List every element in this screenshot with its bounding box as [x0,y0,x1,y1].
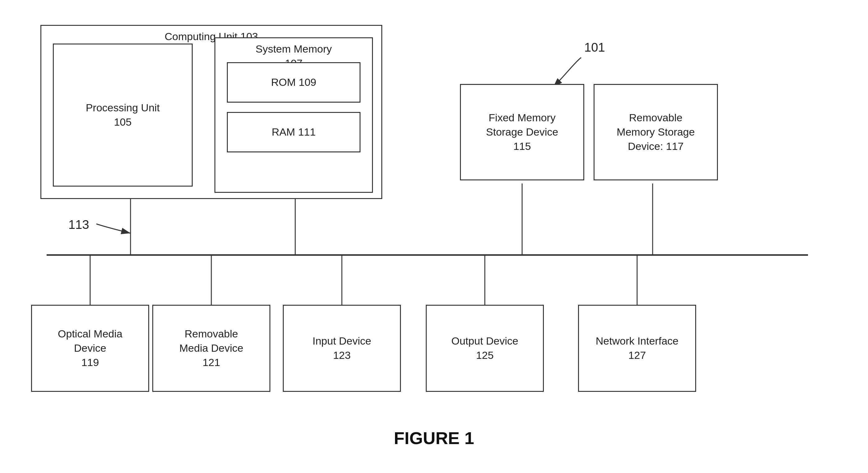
rom-label: ROM 109 [271,75,316,90]
output-device-label: Output Device 125 [451,334,518,363]
network-interface-label: Network Interface 127 [596,334,678,363]
optical-media-label: Optical Media Device 119 [58,327,122,370]
removable-memory-box: Removable Memory Storage Device: 117 [594,84,718,180]
processing-unit-box: Processing Unit 105 [53,43,193,186]
diagram-container: Computing Unit 103 Processing Unit 105 S… [0,0,868,473]
ref-101-label: 101 [584,40,605,54]
output-device-box: Output Device 125 [426,305,544,392]
ram-label: RAM 111 [272,125,316,139]
input-device-box: Input Device 123 [283,305,401,392]
processing-unit-label: Processing Unit 105 [86,101,160,129]
fixed-memory-box: Fixed Memory Storage Device 115 [460,84,584,180]
figure-caption: FIGURE 1 [0,428,868,448]
removable-media-box: Removable Media Device 121 [152,305,270,392]
fixed-memory-label: Fixed Memory Storage Device 115 [486,111,558,154]
ref-113-label: 113 [68,218,89,232]
removable-memory-label: Removable Memory Storage Device: 117 [617,111,694,154]
rom-box: ROM 109 [227,62,361,102]
input-device-label: Input Device 123 [313,334,371,363]
removable-media-label: Removable Media Device 121 [179,327,243,370]
ram-box: RAM 111 [227,112,361,152]
network-interface-box: Network Interface 127 [578,305,696,392]
optical-media-box: Optical Media Device 119 [31,305,149,392]
